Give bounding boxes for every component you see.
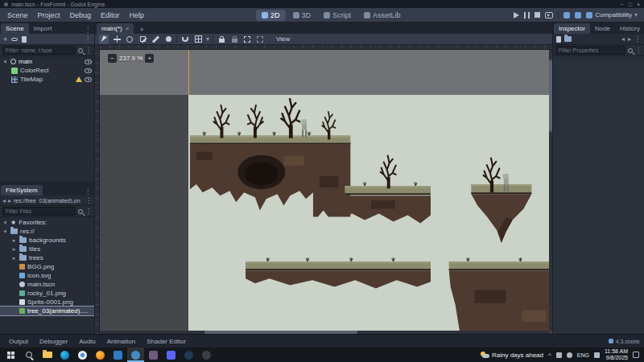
weather-widget[interactable]: Rainy days ahead: [481, 352, 543, 359]
taskbar-app-obs[interactable]: [198, 348, 215, 362]
snap-options-icon[interactable]: ▾: [206, 35, 209, 43]
close-button[interactable]: ×: [637, 2, 640, 7]
taskbar-app-file-explorer[interactable]: [39, 348, 56, 362]
grid-snap-toggle[interactable]: [193, 35, 203, 44]
file-icon-svg[interactable]: icon.svg: [0, 271, 94, 280]
inspector-menu-icon[interactable]: ⋮: [634, 35, 641, 43]
chevron-right-icon[interactable]: ▸: [11, 246, 17, 253]
tab-filesystem[interactable]: FileSystem: [1, 185, 43, 195]
new-scene-tab-button[interactable]: +: [135, 26, 147, 34]
panel-debugger[interactable]: Debugger: [35, 337, 72, 346]
dock-options-icon[interactable]: ⋮: [81, 27, 94, 34]
minimize-button[interactable]: −: [621, 2, 624, 7]
panel-shader-editor[interactable]: Shader Editor: [142, 337, 191, 346]
tab-inspector[interactable]: Inspector: [554, 23, 590, 34]
history-forward-icon[interactable]: ▸: [628, 35, 631, 43]
maximize-button[interactable]: □: [629, 2, 632, 7]
instance-scene-icon[interactable]: [11, 38, 18, 41]
vertical-scrollbar[interactable]: [549, 50, 552, 331]
scene-canvas[interactable]: [188, 95, 552, 334]
taskbar-app-firefox[interactable]: [92, 348, 109, 362]
workspace-assetlib[interactable]: AssetLib: [358, 10, 407, 21]
ungroup-button[interactable]: [255, 35, 265, 44]
scale-tool[interactable]: [138, 35, 147, 44]
filter-menu-icon[interactable]: ⋮: [635, 47, 642, 54]
scene-node-main[interactable]: ▾ main: [0, 57, 94, 66]
load-resource-icon[interactable]: [564, 36, 572, 42]
close-icon[interactable]: ×: [126, 25, 130, 32]
new-resource-icon[interactable]: [556, 36, 561, 43]
inspector-filter-input[interactable]: [555, 46, 625, 55]
stop-button[interactable]: [535, 12, 540, 18]
select-tool[interactable]: [99, 35, 109, 44]
scene-toolbar-menu-icon[interactable]: ⋮: [85, 35, 91, 43]
tab-node[interactable]: Node: [590, 23, 615, 34]
taskbar-search-button[interactable]: [20, 348, 38, 362]
res-root-row[interactable]: ▾ res://: [0, 227, 94, 236]
unlock-button[interactable]: [229, 35, 239, 44]
menu-help[interactable]: Help: [125, 10, 150, 20]
tab-import[interactable]: Import: [29, 23, 57, 34]
pause-button[interactable]: [524, 12, 530, 19]
menu-debug[interactable]: Debug: [65, 10, 97, 20]
folder-backgrounds[interactable]: ▸ backgrounds: [0, 236, 94, 245]
menu-scene[interactable]: Scene: [2, 10, 33, 20]
2d-viewport[interactable]: − 237.9 % +: [100, 50, 552, 334]
tray-icon[interactable]: [556, 352, 562, 358]
scene-node-tilemap[interactable]: TileMap: [0, 75, 94, 84]
chevron-down-icon[interactable]: ▾: [2, 220, 8, 226]
menu-editor[interactable]: Editor: [96, 10, 125, 20]
play-scene-button[interactable]: [545, 12, 553, 19]
view-menu[interactable]: View: [271, 35, 295, 43]
taskbar-clock[interactable]: 11:58 AM 9/8/2025: [605, 348, 628, 362]
tray-expand-icon[interactable]: ^: [548, 352, 551, 359]
folder-trees[interactable]: ▸ trees: [0, 253, 94, 262]
lock-button[interactable]: [217, 35, 226, 44]
file-sprite-png[interactable]: Sprite-0001.png: [0, 298, 94, 306]
visibility-icon[interactable]: [85, 68, 92, 73]
volume-icon[interactable]: [594, 352, 600, 358]
taskbar-app-steam[interactable]: [180, 348, 197, 362]
filter-menu-icon[interactable]: ⋮: [85, 208, 92, 215]
dock-options-icon[interactable]: ⋮: [81, 188, 94, 195]
play-button[interactable]: [514, 12, 519, 19]
scene-node-colorrect[interactable]: ColorRect: [0, 66, 94, 75]
file-bgg-png[interactable]: BGG.png: [0, 262, 94, 271]
panel-output[interactable]: Output: [4, 337, 33, 346]
tray-icon[interactable]: [567, 352, 572, 358]
taskbar-app-discord[interactable]: [163, 348, 180, 362]
zoom-level[interactable]: 237.9 %: [119, 55, 142, 62]
language-indicator[interactable]: ENG: [577, 352, 589, 358]
history-back-icon[interactable]: ◂: [621, 35, 625, 43]
filesystem-filter-input[interactable]: [2, 207, 76, 216]
chevron-down-icon[interactable]: ▾: [2, 228, 8, 235]
taskbar-app-chrome[interactable]: [74, 348, 91, 362]
renderer-select[interactable]: Compatibility ▾: [586, 11, 638, 19]
notification-center-icon[interactable]: [633, 352, 639, 358]
back-icon[interactable]: ◂: [2, 197, 6, 204]
movie-maker-icon[interactable]: [564, 12, 570, 19]
path-menu-icon[interactable]: ⋮: [85, 197, 92, 204]
tab-history[interactable]: History: [615, 23, 644, 34]
taskbar-app-godot[interactable]: [127, 348, 144, 362]
chevron-down-icon[interactable]: ▾: [2, 59, 8, 65]
workspace-3d[interactable]: 3D: [287, 10, 317, 21]
menu-project[interactable]: Project: [33, 10, 65, 20]
pan-tool[interactable]: [163, 35, 173, 44]
chevron-right-icon[interactable]: ▸: [11, 237, 17, 244]
workspace-script[interactable]: Script: [318, 10, 357, 21]
add-node-button[interactable]: +: [3, 35, 7, 43]
favorites-row[interactable]: ▾ ★ Favorites:: [0, 218, 94, 227]
scene-tab-main[interactable]: main(*) ×: [97, 23, 134, 34]
panel-audio[interactable]: Audio: [74, 337, 100, 346]
move-tool[interactable]: [112, 35, 122, 44]
ruler-tool[interactable]: [151, 35, 160, 44]
file-main-tscn[interactable]: main.tscn: [0, 280, 94, 289]
chevron-right-icon[interactable]: ▸: [11, 255, 17, 261]
folder-tiles[interactable]: ▸ tiles: [0, 245, 94, 253]
game-canvas[interactable]: [188, 95, 552, 334]
filter-menu-icon[interactable]: ⋮: [85, 47, 92, 54]
visibility-icon[interactable]: [85, 60, 92, 64]
taskbar-app-vscode[interactable]: [109, 348, 126, 362]
taskbar-app-aseprite[interactable]: [145, 348, 162, 362]
